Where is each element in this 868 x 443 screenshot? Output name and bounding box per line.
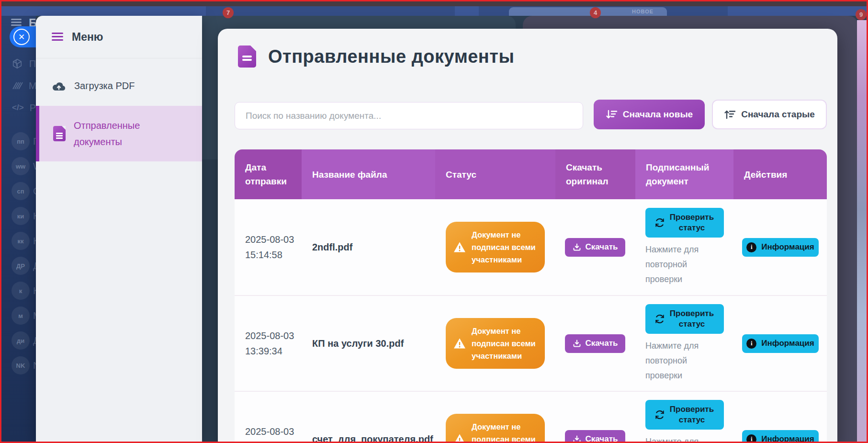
warning-icon bbox=[453, 433, 466, 443]
close-menu-button[interactable]: ✕ bbox=[10, 26, 36, 47]
avatar: ww bbox=[11, 157, 30, 175]
sent-date: 2025-08-03 bbox=[245, 424, 302, 443]
table-row: 2025-08-0313:39:34 КП на услуги 30.pdf bbox=[235, 295, 827, 391]
download-icon bbox=[573, 243, 581, 251]
download-button[interactable]: Скачать bbox=[565, 238, 625, 257]
sidebar-item-label: Р bbox=[30, 102, 36, 114]
sort-oldest-button[interactable]: Сначала старые bbox=[712, 100, 827, 129]
sidebar-avatar-item[interactable]: м М bbox=[1, 303, 36, 328]
menu-title: Меню bbox=[72, 31, 103, 44]
info-icon: i bbox=[746, 339, 756, 349]
sort-desc-icon bbox=[606, 109, 618, 120]
browser-top-strip bbox=[1, 1, 867, 6]
notification-badge: 4 bbox=[590, 7, 601, 18]
refresh-icon bbox=[654, 409, 665, 420]
check-status-hint: Нажмите для повторной проверки bbox=[645, 242, 709, 287]
app-sidebar: Б ✕ П М </> bbox=[1, 16, 36, 442]
warning-icon bbox=[453, 241, 466, 253]
avatar: ки bbox=[11, 207, 30, 225]
sidebar-avatar-item[interactable]: пп П bbox=[1, 129, 36, 154]
file-name: счет_для_покупателя.pdf bbox=[312, 434, 433, 443]
column-header-signed: Подписанный документ bbox=[635, 149, 733, 199]
new-label: НОВОЕ bbox=[632, 9, 654, 14]
column-header-actions: Действия bbox=[733, 149, 827, 199]
information-button[interactable]: i Информация bbox=[742, 430, 819, 443]
menu-item-label: Отправленные документы bbox=[74, 117, 150, 150]
sidebar-avatar-item[interactable]: к К bbox=[1, 278, 36, 303]
download-button[interactable]: Скачать bbox=[565, 334, 625, 353]
sidebar-avatar-item[interactable]: сп С bbox=[1, 179, 36, 204]
avatar: м bbox=[11, 307, 30, 325]
status-badge: Документ не подписан всеми участниками bbox=[446, 414, 545, 443]
sidebar-avatar-item[interactable]: кк К bbox=[1, 228, 36, 253]
sidebar-avatar-item[interactable]: ди Д bbox=[1, 328, 36, 353]
document-icon bbox=[53, 126, 66, 141]
code-icon: </> bbox=[12, 103, 24, 113]
info-icon: i bbox=[746, 434, 756, 443]
package-icon bbox=[12, 58, 24, 69]
notification-badge: 9 bbox=[856, 9, 867, 20]
screen: 7 4 9 НОВОЕ Б ✕ П bbox=[0, 0, 868, 443]
download-icon bbox=[573, 435, 581, 443]
document-icon bbox=[238, 45, 256, 68]
sent-date: 2025-08-0313:39:34 bbox=[245, 328, 302, 359]
avatar: сп bbox=[11, 182, 30, 200]
page-title: Отправленные документы bbox=[268, 46, 514, 67]
file-name: КП на услуги 30.pdf bbox=[312, 338, 404, 349]
search-input[interactable] bbox=[235, 102, 583, 129]
information-button[interactable]: i Информация bbox=[742, 238, 819, 257]
close-icon: ✕ bbox=[13, 29, 30, 45]
sort-asc-icon bbox=[724, 109, 736, 120]
refresh-icon bbox=[654, 314, 665, 324]
sidebar-item-dev[interactable]: </> Р bbox=[1, 97, 36, 119]
download-button[interactable]: Скачать bbox=[565, 430, 625, 443]
column-header-status: Статус bbox=[435, 149, 555, 199]
table-row: 2025-08-03 счет_для_покупателя.pdf bbox=[235, 391, 827, 443]
sidebar-avatar-item[interactable]: ww W bbox=[1, 154, 36, 179]
sidebar-item-marketing[interactable]: М bbox=[1, 75, 36, 97]
notification-badge: 7 bbox=[223, 7, 234, 18]
sent-date: 2025-08-0315:14:58 bbox=[245, 232, 302, 262]
menu-hamburger-icon[interactable] bbox=[52, 33, 63, 41]
documents-table: Дата отправки Название файла Статус Скач… bbox=[235, 149, 827, 443]
column-header-date: Дата отправки bbox=[235, 149, 302, 199]
check-status-hint: Нажмите для повторной проверки bbox=[645, 339, 709, 383]
menu-drawer: Меню Загрузка PDF Отправленные документы bbox=[36, 16, 202, 443]
information-button[interactable]: i Информация bbox=[742, 334, 819, 353]
background-scrollbar bbox=[857, 20, 867, 442]
scribble-icon bbox=[12, 81, 23, 90]
avatar: NK bbox=[11, 356, 30, 375]
status-badge: Документ не подписан всеми участниками bbox=[446, 318, 545, 369]
sidebar-avatar-item[interactable]: ДР Д bbox=[1, 253, 36, 278]
sent-documents-card: Отправленные документы Сначала новые Сн bbox=[218, 29, 837, 443]
check-status-button[interactable]: Проверить статус bbox=[645, 208, 724, 238]
menu-item-label: Загрузка PDF bbox=[74, 80, 135, 91]
sidebar-item-label: М bbox=[29, 80, 36, 91]
avatar: ди bbox=[11, 331, 30, 350]
background-tab bbox=[206, 6, 455, 16]
refresh-icon bbox=[654, 217, 665, 228]
avatar: пп bbox=[11, 132, 30, 150]
warning-icon bbox=[453, 338, 466, 349]
download-icon bbox=[573, 339, 581, 348]
table-row: 2025-08-0315:14:58 2ndfl.pdf bbox=[235, 199, 827, 295]
check-status-button[interactable]: Проверить статус bbox=[645, 400, 724, 430]
check-status-button[interactable]: Проверить статус bbox=[645, 304, 724, 334]
menu-item-sent-documents[interactable]: Отправленные документы bbox=[36, 106, 202, 161]
sidebar-avatar-item[interactable]: NK N bbox=[1, 353, 36, 378]
avatar: кк bbox=[11, 232, 30, 250]
status-badge: Документ не подписан всеми участниками bbox=[446, 222, 545, 273]
column-header-filename: Название файла bbox=[302, 149, 435, 199]
avatar: к bbox=[11, 282, 30, 300]
hamburger-icon[interactable] bbox=[11, 19, 22, 26]
column-header-download: Скачать оригинал bbox=[555, 149, 635, 199]
cloud-upload-icon bbox=[52, 81, 66, 91]
sort-newest-button[interactable]: Сначала новые bbox=[594, 100, 705, 129]
avatar: ДР bbox=[11, 257, 30, 275]
sidebar-item-products[interactable]: П bbox=[1, 53, 36, 75]
file-name: 2ndfl.pdf bbox=[312, 242, 352, 252]
menu-item-upload-pdf[interactable]: Загрузка PDF bbox=[36, 66, 202, 106]
sidebar-avatar-item[interactable]: ки К bbox=[1, 204, 36, 228]
info-icon: i bbox=[746, 242, 756, 252]
sidebar-item-label: П bbox=[29, 58, 36, 69]
